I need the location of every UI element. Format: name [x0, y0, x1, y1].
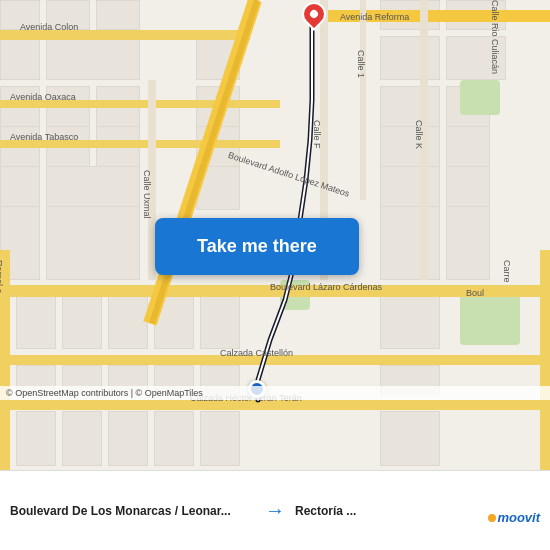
map-container: Avenida Colon Avenida Reforma Avenida Oa…: [0, 0, 550, 550]
park-area: [460, 295, 520, 345]
calle-uxmal-label: Calle Uxmal: [142, 170, 152, 219]
from-location-name: Boulevard De Los Monarcas / Leonar...: [10, 504, 255, 518]
map-attribution: © OpenStreetMap contributors | © OpenMap…: [0, 386, 550, 400]
map-view[interactable]: Avenida Colon Avenida Reforma Avenida Oa…: [0, 0, 550, 470]
boulevard-diagonal-label: Boulevard Adolfo López Mateos: [227, 150, 351, 199]
bottom-navigation-bar: Boulevard De Los Monarcas / Leonar... → …: [0, 470, 550, 550]
carre-label: Carre: [502, 260, 512, 283]
moovit-dot: [488, 514, 496, 522]
calle-1-road: [360, 0, 366, 200]
park-area: [460, 80, 500, 115]
calle-1-label: Calle 1: [356, 50, 366, 78]
moovit-logo: moovit: [488, 510, 540, 525]
boul-label: Boul: [466, 288, 484, 298]
avenida-tabasco-label: Avenida Tabasco: [10, 132, 78, 142]
blvd-lazaro-label: Boulevard Lázaro Cárdenas: [270, 282, 382, 292]
destination-pin: [302, 2, 326, 26]
calle-k-label: Calle K: [414, 120, 424, 149]
avenida-reforma-label: Avenida Reforma: [340, 12, 409, 22]
calle-f-label: Calle F: [312, 120, 322, 149]
rio-culiacan-label: Calle Rio Culiacán: [490, 0, 500, 74]
avenida-oaxaca-label: Avenida Oaxaca: [10, 92, 76, 102]
from-location: Boulevard De Los Monarcas / Leonar...: [10, 504, 255, 518]
avenida-colon-label: Avenida Colon: [20, 22, 78, 32]
calzada-castellon-label: Calzada Castellón: [220, 348, 293, 358]
ramal-label: Ramal a: [0, 260, 4, 294]
direction-arrow: →: [265, 499, 285, 522]
take-me-there-button[interactable]: Take me there: [155, 218, 359, 275]
